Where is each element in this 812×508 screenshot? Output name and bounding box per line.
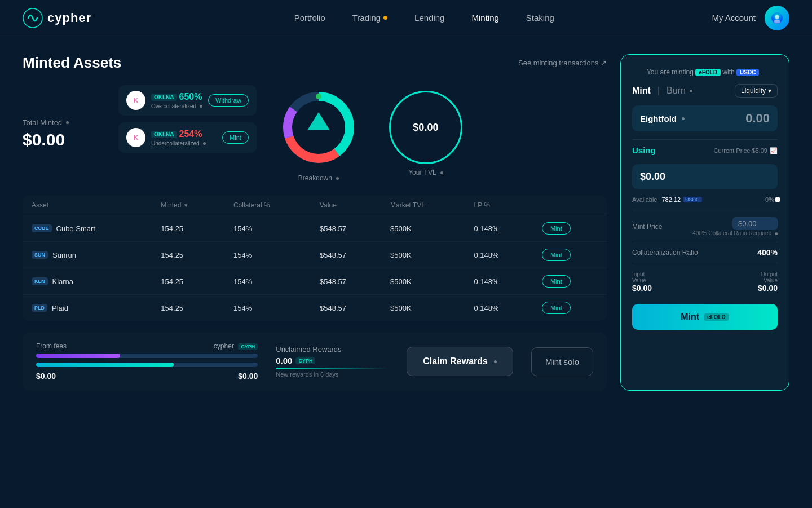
asset-cell-0: CUBE Cube Smart (32, 224, 143, 233)
asset-input-value[interactable]: 0.00 (745, 111, 770, 126)
collateralization-row: Collateralization Ratio 400% (632, 242, 778, 263)
market-tvl-3: $500K (381, 295, 465, 321)
fees-bar-track (36, 354, 258, 358)
col-minted[interactable]: Minted ▼ (152, 196, 224, 215)
mint-action-button[interactable]: Mint eFOLD (632, 304, 778, 330)
navbar: cypher Portfolio Trading Lending Minting… (0, 0, 812, 36)
value-1: $548.57 (311, 242, 381, 268)
minted-3: 154.25 (152, 295, 224, 321)
asset-badge-3: PLD (32, 304, 47, 312)
collateral-pct-0: 650% (179, 92, 202, 102)
nav-portfolio[interactable]: Portfolio (294, 13, 325, 23)
asset-name-3: Plaid (52, 304, 68, 312)
collateral-info-icon-1[interactable] (203, 142, 206, 145)
mint-efold-badge: eFOLD (704, 313, 729, 321)
unclaimed-underline (276, 368, 389, 369)
my-account-link[interactable]: My Account (712, 13, 756, 23)
lp-1: 0.148% (465, 242, 533, 268)
collateral-info-1: OKLNA 254% Undercollateralized (151, 129, 217, 147)
section-divider-2 (632, 211, 778, 211)
total-minted-value: $0.00 (23, 130, 107, 149)
tab-burn[interactable]: Burn (667, 86, 692, 96)
total-minted-info-icon[interactable] (66, 121, 69, 124)
asset-cell-1: SUN Sunrun (32, 251, 143, 259)
row-mint-button-2[interactable]: Mint (542, 275, 571, 288)
pct-label: 0% (765, 196, 774, 203)
tab-mint[interactable]: Mint (632, 86, 651, 96)
price-chart-icon[interactable]: 📈 (770, 147, 778, 154)
output-value-label: OutputValue (758, 271, 778, 284)
nav-trading[interactable]: Trading (352, 13, 387, 23)
market-tvl-1: $500K (381, 242, 465, 268)
from-fees-label: From fees (36, 342, 67, 350)
asset-info-icon[interactable] (682, 117, 685, 120)
logo[interactable]: cypher (23, 8, 91, 28)
value-3: $548.57 (311, 295, 381, 321)
collateral-action-1: Mint (222, 131, 249, 144)
total-minted-label: Total Minted (23, 118, 107, 127)
mint-price-input[interactable] (732, 217, 778, 230)
asset-badge-2: KLN (32, 277, 48, 285)
unclaimed-badge: CYPH (295, 357, 315, 364)
right-panel: You are minting eFOLD with USDC . Mint |… (620, 54, 789, 391)
klarna-logo-0: K (126, 91, 145, 110)
collateral-info-0: OKLNA 650% Overcollateralized (151, 91, 202, 110)
collateral-req-info-icon[interactable] (775, 232, 778, 235)
cypher-bar-fill (36, 363, 174, 367)
using-label: Using (632, 145, 656, 155)
nav-lending[interactable]: Lending (414, 13, 444, 23)
user-avatar[interactable] (765, 6, 789, 30)
mint-collateral-button[interactable]: Mint (222, 131, 249, 144)
input-value-label: InputValue (632, 271, 652, 284)
output-value: $0.00 (758, 284, 778, 293)
claim-rewards-button[interactable]: Claim Rewards (407, 347, 513, 376)
cypher-bar-track (36, 363, 258, 367)
withdraw-button[interactable]: Withdraw (208, 94, 249, 107)
lp-2: 0.148% (465, 268, 533, 295)
asset-cell-3: PLD Plaid (32, 304, 143, 312)
collateral-0: 154% (224, 215, 311, 242)
nav-staking[interactable]: Staking (526, 13, 554, 23)
rewards-label: cypher CYPH (214, 342, 258, 350)
collateral-status-1: Undercollateralized (151, 140, 217, 147)
collateral-2: 154% (224, 268, 311, 295)
input-value: $0.00 (632, 284, 652, 293)
usdc-amount-input[interactable] (632, 164, 778, 189)
liquidity-dropdown[interactable]: Liquidity ▾ (735, 84, 778, 98)
col-value: Value (311, 196, 381, 215)
minted-1: 154.25 (152, 242, 224, 268)
collateral-pct-1: 254% (179, 129, 202, 139)
left-panel: Minted Assets See minting transactions ↗… (23, 54, 607, 391)
avail-usdc-badge: USDC (683, 197, 702, 202)
total-minted-box: Total Minted $0.00 (23, 85, 107, 182)
row-mint-button-1[interactable]: Mint (542, 249, 571, 261)
fees-bar-fill (36, 354, 120, 358)
see-transactions-link[interactable]: See minting transactions ↗ (518, 59, 607, 67)
row-mint-button-3[interactable]: Mint (542, 302, 571, 314)
tvl-circle: $0.00 (389, 91, 462, 164)
unclaimed-block: Unclaimed Rewards 0.00 CYPH New rewards … (276, 345, 389, 378)
cypher-value: $0.00 (238, 372, 258, 381)
collateralization-value: 400% (757, 248, 778, 257)
mint-price-row: Mint Price 400% Collateral Ratio Require… (632, 217, 778, 236)
market-tvl-2: $500K (381, 268, 465, 295)
row-mint-button-0[interactable]: Mint (542, 222, 571, 235)
page-header: Minted Assets See minting transactions ↗ (23, 54, 607, 72)
table-row: KLN Klarna 154.25 154% $548.57 $500K 0.1… (23, 268, 607, 295)
asset-name-1: Sunrun (52, 251, 76, 259)
output-value-block: OutputValue $0.00 (758, 271, 778, 293)
breakdown-info-icon[interactable] (336, 177, 339, 180)
collateral-status-0: Overcollateralized (151, 103, 202, 109)
mint-solo-button[interactable]: Mint solo (531, 347, 593, 376)
page-title: Minted Assets (23, 54, 121, 72)
collateral-info-icon-0[interactable] (200, 105, 202, 108)
slider-thumb[interactable] (775, 197, 780, 202)
nav-minting[interactable]: Minting (471, 13, 498, 23)
asset-cell-2: KLN Klarna (32, 277, 143, 286)
table-row: CUBE Cube Smart 154.25 154% $548.57 $500… (23, 215, 607, 242)
logo-text: cypher (47, 11, 91, 25)
available-row: Available 782.12 USDC 0% (632, 196, 778, 203)
collateral-cards: K OKLNA 650% Overcollateralized Withdraw (118, 85, 257, 182)
new-rewards-text: New rewards in 6 days (276, 371, 389, 378)
tvl-info-icon[interactable] (440, 171, 443, 174)
